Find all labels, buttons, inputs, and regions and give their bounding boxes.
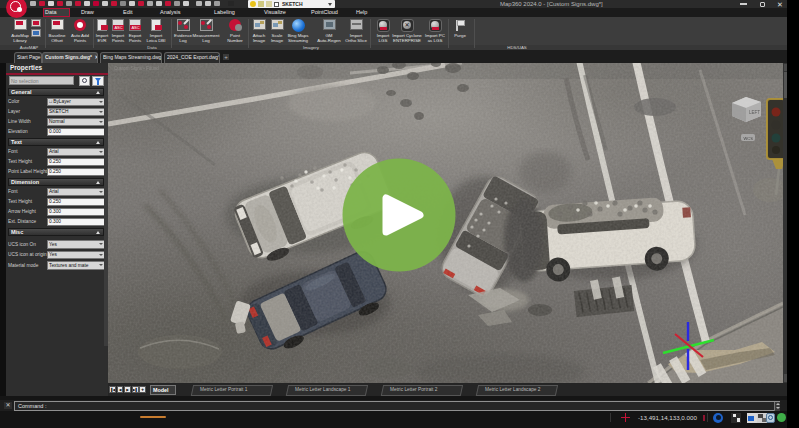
- svg-text:Custom Signs • Found: Custom Signs • Found: [114, 66, 159, 71]
- svg-text:WCS: WCS: [744, 136, 754, 141]
- svg-text:LEFT: LEFT: [749, 110, 760, 115]
